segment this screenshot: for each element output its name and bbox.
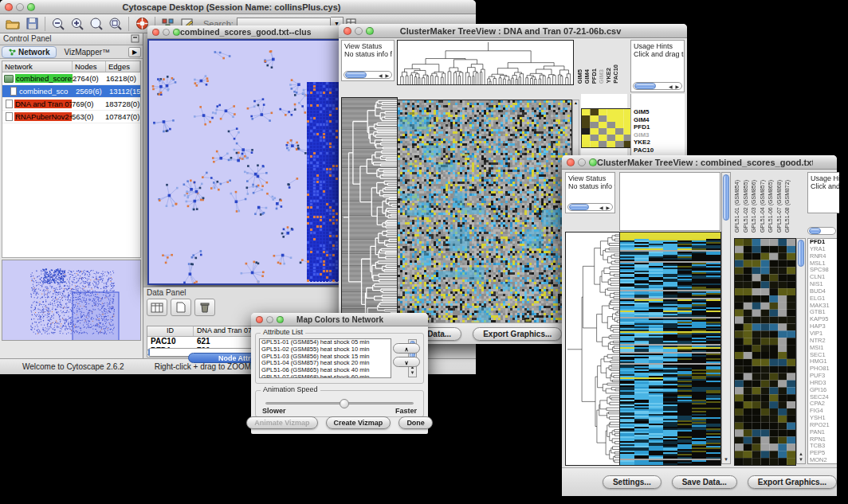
- delete-attribute-button[interactable]: [194, 299, 215, 316]
- gene-label[interactable]: GIM3: [634, 131, 683, 139]
- zoom-in-button[interactable]: [68, 16, 87, 32]
- usage-hints-hscrollbar[interactable]: ◀ ▶: [633, 82, 682, 90]
- scroll-thumb[interactable]: [148, 348, 150, 357]
- view-status-hscrollbar[interactable]: ◀ ▶: [344, 71, 392, 79]
- network-table-header[interactable]: Network Nodes Edges: [2, 61, 140, 72]
- animate-vizmap-button[interactable]: Animate Vizmap: [246, 416, 317, 429]
- close-button[interactable]: [344, 27, 351, 35]
- treeview1-column-labels: GIM5GIM4PFD1GIM3YKE2PAC10: [576, 40, 618, 84]
- network-view-window: combined_scores_good.txt--cluste...: [147, 25, 343, 285]
- network-view-titlebar[interactable]: combined_scores_good.txt--cluste...: [147, 25, 343, 39]
- treeview2-vscrollbar[interactable]: ▼: [721, 172, 731, 464]
- attribute-list-label: Attribute List: [261, 328, 305, 336]
- toolbar-separator: [45, 17, 45, 31]
- minimize-button[interactable]: [163, 29, 170, 36]
- network-row-icon: [6, 100, 13, 108]
- main-titlebar[interactable]: Cytoscape Desktop (Session Name: collins…: [0, 0, 476, 14]
- gene-list-hscrollbar[interactable]: [807, 227, 836, 235]
- dialog-title: Map Colors to Network: [284, 315, 396, 324]
- tab-overflow-arrow[interactable]: ▶: [128, 47, 141, 57]
- select-attributes-button[interactable]: [147, 299, 167, 316]
- status-zoom-hint: Right-click + drag to ZOOM: [155, 362, 251, 371]
- treeview1-heatmap[interactable]: [397, 100, 572, 338]
- treeview2-action-button[interactable]: Export Graphics...: [748, 475, 837, 489]
- treeview1-titlebar[interactable]: ClusterMaker TreeView : DNA and Tran 07-…: [339, 24, 687, 38]
- float-panel-icon[interactable]: [131, 34, 139, 44]
- treeview1-action-button[interactable]: Export Graphics...: [473, 327, 562, 341]
- view-status-hscrollbar[interactable]: ◀ ▶: [567, 203, 613, 211]
- network-row-icon: [6, 112, 13, 121]
- zoom-fit-button[interactable]: [87, 16, 106, 32]
- close-button[interactable]: [256, 316, 263, 323]
- treeview2-zoom-heatmap[interactable]: [734, 238, 796, 466]
- treeview2-titlebar[interactable]: ClusterMaker TreeView : combined_scores_…: [562, 155, 837, 170]
- treeview1-row-dendrogram[interactable]: [341, 97, 398, 338]
- network-overview-canvas[interactable]: [2, 260, 139, 340]
- gene-label[interactable]: PFD1: [634, 123, 683, 131]
- save-button[interactable]: [22, 16, 41, 32]
- new-attribute-button[interactable]: [171, 299, 191, 316]
- scroll-thumb[interactable]: [809, 228, 821, 234]
- scroll-thumb[interactable]: [798, 240, 804, 267]
- network-table-row[interactable]: combined_scores 2764(0) 16218(0): [2, 72, 140, 85]
- attribute-list-item[interactable]: GPL51-07 (GSM868) heat shock 60 min: [260, 374, 391, 378]
- treeview1-summary-heatmap[interactable]: [581, 108, 633, 148]
- treeview2-action-button[interactable]: Save Data...: [672, 475, 737, 489]
- move-down-button[interactable]: ∨: [393, 357, 420, 367]
- scroll-thumb[interactable]: [345, 72, 367, 78]
- zoom-button[interactable]: [366, 27, 374, 35]
- toolbar-separator: [128, 17, 129, 31]
- zoom-selected-button[interactable]: [106, 16, 125, 32]
- done-button[interactable]: Done: [398, 416, 433, 429]
- gene-label[interactable]: MON2: [810, 457, 837, 464]
- minimize-button[interactable]: [16, 3, 24, 11]
- tab-vizmapper[interactable]: VizMapper™: [57, 46, 117, 58]
- treeview2-column-dendrogram-area: [619, 172, 720, 231]
- treeview1-title: ClusterMaker TreeView : DNA and Tran 07-…: [374, 26, 647, 36]
- open-file-button[interactable]: [3, 16, 22, 32]
- network-view-title: combined_scores_good.txt--cluste...: [180, 27, 311, 37]
- zoom-button[interactable]: [589, 158, 597, 166]
- dialog-titlebar[interactable]: Map Colors to Network: [251, 313, 428, 326]
- create-vizmap-button[interactable]: Create Vizmap: [326, 416, 391, 429]
- network-table-row[interactable]: combined_sco 2569(6) 13112(15): [2, 85, 140, 98]
- network-row-icon: [10, 87, 17, 96]
- close-button[interactable]: [567, 158, 575, 166]
- gene-label[interactable]: GIM5: [634, 108, 683, 116]
- minimize-button[interactable]: [355, 27, 363, 35]
- main-window-title: Cytoscape Desktop (Session Name: collins…: [35, 2, 428, 12]
- scroll-thumb[interactable]: [634, 83, 656, 89]
- close-button[interactable]: [152, 29, 159, 36]
- zoom-button[interactable]: [173, 29, 180, 36]
- treeview2-zoom-vscrollbar[interactable]: ▲▼: [796, 238, 806, 464]
- zoom-button[interactable]: [27, 3, 35, 11]
- slider-thumb[interactable]: [340, 399, 349, 408]
- gene-label[interactable]: YKE2: [634, 139, 683, 147]
- tab-network[interactable]: Network: [2, 46, 57, 58]
- control-panel: Control Panel Network VizMapper™ ▶ Netwo…: [0, 33, 143, 358]
- network-table-row[interactable]: DNA and Tran 07 769(0) 183728(0): [2, 98, 140, 111]
- animation-speed-slider[interactable]: [265, 402, 414, 404]
- gene-label[interactable]: PAC10: [634, 147, 683, 154]
- treeview1-column-dendrogram[interactable]: [397, 40, 574, 85]
- network-graph-canvas[interactable]: [149, 41, 341, 283]
- network-overview-panel[interactable]: [2, 260, 141, 341]
- close-button[interactable]: [5, 3, 13, 11]
- network-table-row[interactable]: RNAPuberNov2+ 563(0) 107847(0): [2, 111, 140, 123]
- gene-label[interactable]: GIM4: [634, 116, 683, 124]
- treeview2-heatmap[interactable]: [619, 232, 721, 466]
- treeview2-action-button[interactable]: Settings...: [603, 475, 662, 489]
- treeview2-gene-list: PFD1YRA1RNR4MSL1SPC98CLN1NIS1BUD4ELG1MAK…: [807, 238, 837, 464]
- minimize-button[interactable]: [578, 158, 586, 166]
- scroll-thumb[interactable]: [569, 204, 589, 210]
- zoom-button[interactable]: [277, 316, 284, 323]
- scroll-thumb[interactable]: [723, 174, 729, 221]
- move-up-button[interactable]: ∧: [393, 343, 420, 354]
- network-tab-icon: [9, 49, 16, 56]
- attribute-listbox: GPL51-01 (GSM854) heat shock 05 minGPL51…: [259, 338, 391, 378]
- treeview2-title: ClusterMaker TreeView : combined_scores_…: [597, 158, 813, 167]
- treeview2-row-dendrogram[interactable]: [565, 232, 621, 466]
- zoom-out-button[interactable]: [49, 16, 68, 32]
- minimize-button[interactable]: [266, 316, 273, 323]
- desktop-background: Cytoscape Desktop (Session Name: collins…: [0, 0, 848, 504]
